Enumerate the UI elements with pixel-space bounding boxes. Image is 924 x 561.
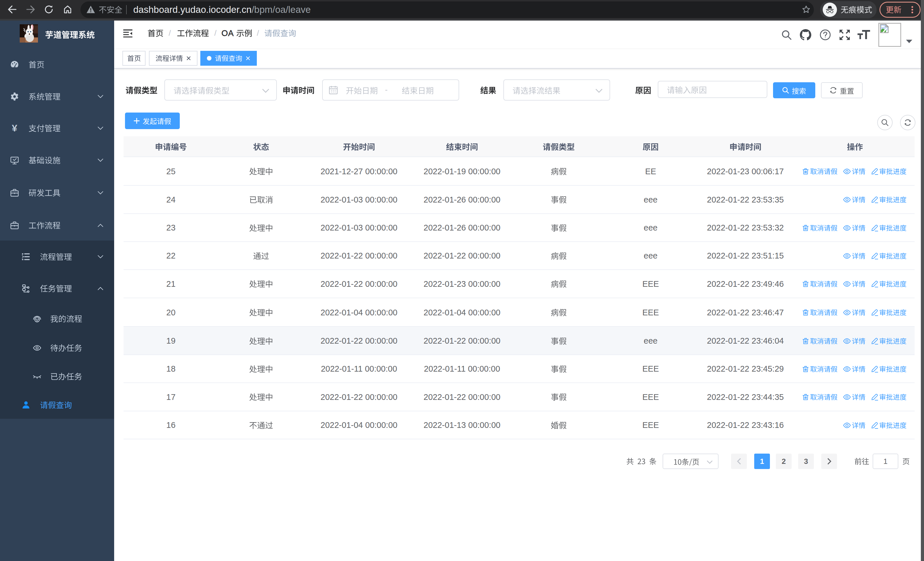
svg-text:¥: ¥ bbox=[12, 124, 17, 133]
